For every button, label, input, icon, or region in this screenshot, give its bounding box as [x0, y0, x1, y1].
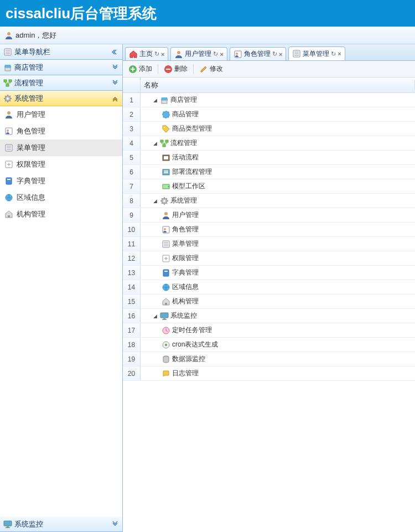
tab-menu[interactable]: 菜单管理 ↻× — [288, 47, 345, 60]
tab-home[interactable]: 主页 ↻× — [125, 47, 168, 60]
cell-name: 部署流程管理 — [141, 167, 415, 177]
add-button[interactable]: 添加 — [126, 63, 154, 75]
sidebar-item-label: 角色管理 — [17, 126, 45, 136]
cell-name: 商品类型管理 — [141, 124, 415, 133]
refresh-icon[interactable]: ↻ — [331, 50, 336, 58]
sidebar-item-globe[interactable]: 区域信息 — [0, 189, 122, 206]
row-number: 16 — [123, 309, 141, 323]
row-label: 机构管理 — [172, 297, 199, 306]
tab-role[interactable]: 角色管理 ↻× — [230, 47, 286, 60]
delete-icon — [164, 65, 173, 74]
table-row[interactable]: 9用户管理 — [123, 208, 415, 223]
gear-icon — [160, 197, 169, 205]
table-row[interactable]: 6部署流程管理 — [123, 165, 415, 179]
expander-icon[interactable]: ◢ — [152, 198, 158, 204]
table-row[interactable]: 20日志管理 — [123, 366, 415, 381]
separator — [158, 64, 158, 74]
menu-icon — [4, 143, 13, 152]
expander-icon[interactable]: ◢ — [152, 97, 158, 104]
row-label: 活动流程 — [172, 153, 199, 162]
sidebar-item-dict[interactable]: 字典管理 — [0, 173, 122, 189]
delete-button[interactable]: 删除 — [162, 63, 190, 75]
rownum-header — [123, 78, 141, 92]
chevron-down-icon — [111, 520, 119, 528]
row-number: 2 — [123, 107, 141, 121]
table-row[interactable]: 16◢系统监控 — [123, 309, 415, 323]
refresh-icon[interactable]: ↻ — [213, 50, 218, 58]
sidebar-item-menu[interactable]: 菜单管理 — [0, 140, 122, 156]
edit-icon — [199, 65, 208, 74]
table-row[interactable]: 2商品管理 — [123, 107, 415, 122]
user-bar: admin ，您好 — [0, 27, 415, 44]
table-row[interactable]: 5活动流程 — [123, 151, 415, 165]
row-label: 用户管理 — [172, 210, 199, 220]
cron-icon — [162, 340, 170, 349]
grid-body[interactable]: 1◢商店管理2商品管理3商品类型管理4◢流程管理5活动流程6部署流程管理7模型工… — [123, 93, 415, 532]
table-row[interactable]: 18cron表达式生成 — [123, 338, 415, 352]
cell-name: 定时任务管理 — [141, 326, 415, 335]
cell-name: 区域信息 — [141, 282, 415, 292]
refresh-icon[interactable]: ↻ — [154, 50, 159, 58]
table-row[interactable]: 19数据源监控 — [123, 352, 415, 366]
table-row[interactable]: 14区域信息 — [123, 280, 415, 295]
table-row[interactable]: 17定时任务管理 — [123, 323, 415, 338]
chevron-down-icon — [111, 64, 119, 71]
user-icon — [4, 110, 13, 119]
tab-user[interactable]: 用户管理 ↻× — [170, 47, 227, 60]
table-row[interactable]: 7模型工作区 — [123, 179, 415, 194]
model-icon — [162, 182, 170, 191]
table-row[interactable]: 12权限管理 — [123, 251, 415, 266]
row-label: 菜单管理 — [172, 239, 199, 249]
table-row[interactable]: 1◢商店管理 — [123, 93, 415, 107]
collapse-icon[interactable] — [111, 48, 119, 56]
cell-name: 活动流程 — [141, 153, 415, 162]
username: admin — [15, 31, 35, 39]
row-number: 7 — [123, 179, 141, 193]
close-icon[interactable]: × — [279, 51, 282, 58]
chevron-down-icon — [111, 79, 119, 87]
sidebar-item-perm[interactable]: 权限管理 — [0, 156, 122, 173]
table-row[interactable]: 8◢系统管理 — [123, 194, 415, 208]
chevron-up-icon — [111, 95, 119, 102]
row-label: 权限管理 — [172, 254, 199, 263]
panel-flow[interactable]: 流程管理 — [0, 75, 122, 91]
row-number: 8 — [123, 194, 141, 208]
nav-header[interactable]: 菜单导航栏 — [0, 44, 122, 60]
panel-monitor[interactable]: 系统监控 — [0, 516, 122, 532]
tab-label: 角色管理 — [244, 49, 271, 59]
expander-icon[interactable]: ◢ — [152, 313, 158, 319]
edit-button[interactable]: 修改 — [197, 63, 225, 75]
table-row[interactable]: 15机构管理 — [123, 295, 415, 309]
close-icon[interactable]: × — [338, 50, 341, 57]
expander-icon[interactable]: ◢ — [152, 140, 158, 147]
table-row[interactable]: 3商品类型管理 — [123, 122, 415, 136]
sidebar-item-label: 字典管理 — [17, 176, 45, 186]
cell-name: 模型工作区 — [141, 182, 415, 191]
flow-icon — [3, 79, 12, 87]
panel-system[interactable]: 系统管理 — [0, 91, 122, 106]
sidebar-item-org[interactable]: 机构管理 — [0, 206, 122, 223]
menu-icon — [292, 49, 301, 58]
sidebar-item-role[interactable]: 角色管理 — [0, 123, 122, 140]
role-icon — [4, 127, 13, 136]
cell-name: 角色管理 — [141, 225, 415, 234]
refresh-icon[interactable]: ↻ — [272, 50, 277, 58]
cell-name: 机构管理 — [141, 297, 415, 306]
table-row[interactable]: 11菜单管理 — [123, 237, 415, 251]
table-row[interactable]: 4◢流程管理 — [123, 136, 415, 151]
role-icon — [234, 50, 242, 59]
sidebar-item-user[interactable]: 用户管理 — [0, 106, 122, 123]
table-row[interactable]: 10角色管理 — [123, 223, 415, 237]
table-row[interactable]: 13字典管理 — [123, 266, 415, 280]
cell-name: ◢商店管理 — [141, 95, 415, 105]
cell-name: 日志管理 — [141, 369, 415, 378]
dict-icon — [162, 268, 170, 277]
row-number: 5 — [123, 151, 141, 164]
name-column-header[interactable]: 名称 — [141, 80, 415, 90]
close-icon[interactable]: × — [161, 51, 164, 58]
perm-icon — [162, 254, 170, 263]
panel-store[interactable]: 商店管理 — [0, 60, 122, 75]
home-icon — [129, 50, 138, 59]
user-icon — [4, 31, 13, 40]
close-icon[interactable]: × — [220, 51, 223, 58]
